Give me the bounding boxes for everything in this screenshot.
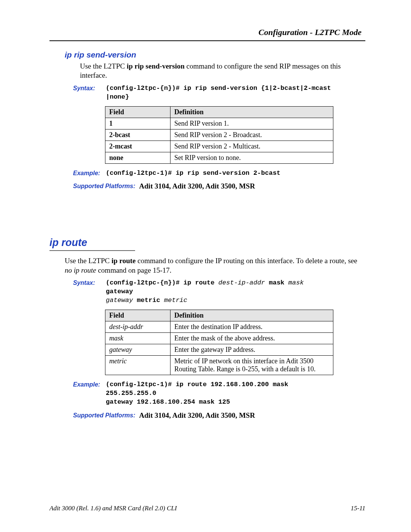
ex2-l2: gateway 192.168.100.254 mask 125 <box>106 398 230 406</box>
platforms-value: Adit 3104, Adit 3200, Adit 3500, MSR <box>139 182 255 190</box>
example-label: Example: <box>73 380 104 388</box>
th-definition: Definition <box>170 106 333 118</box>
section-ip-route: ip route Use the L2TPC ip route command … <box>49 237 365 419</box>
section-spacer <box>49 195 365 237</box>
ex2-l1: (config-l2tpc-1)# ip route 192.168.100.2… <box>106 381 292 397</box>
platforms-row: Supported Platforms: Adit 3104, Adit 320… <box>73 182 365 190</box>
subsection-title: ip rip send-version <box>65 50 365 59</box>
syntax-value: (config-l2tpc-{n})# ip rip send-version … <box>106 84 334 102</box>
table-row: mask Enter the mask of the above address… <box>105 332 333 344</box>
th-field: Field <box>105 106 170 118</box>
table-row: dest-ip-addr Enter the destination IP ad… <box>105 321 333 332</box>
platforms-row-2: Supported Platforms: Adit 3104, Adit 320… <box>73 411 365 420</box>
example-label: Example: <box>73 169 104 177</box>
cell-def: Send RIP version 1. <box>170 118 333 129</box>
section-ip-rip-send-version: ip rip send-version Use the L2TPC ip rip… <box>65 50 365 190</box>
s2p4: metric <box>133 297 164 304</box>
footer-right: 15-11 <box>351 505 365 512</box>
footer-left: Adit 3000 (Rel. 1.6) and MSR Card (Rel 2… <box>49 505 177 512</box>
s2p1: (config-l2tpc-{n})# ip route <box>106 279 218 286</box>
s2a4: metric <box>164 297 187 304</box>
table-header-row: Field Definition <box>105 106 333 118</box>
cell-def: Send RIP version 2 - Multicast. <box>170 141 333 152</box>
cell-def: Metric of IP network on this interface i… <box>170 355 333 375</box>
cell-def: Enter the gateway IP address. <box>170 344 333 355</box>
syntax-value-2: (config-l2tpc-{n})# ip route dest-ip-add… <box>106 279 334 305</box>
s2p2: mask <box>265 279 288 286</box>
syntax-line1: (config-l2tpc-{n})# ip rip send-version … <box>106 85 331 92</box>
section-underline <box>49 250 135 251</box>
cell-field: mask <box>105 332 170 344</box>
page-footer: Adit 3000 (Rel. 1.6) and MSR Card (Rel 2… <box>49 505 365 512</box>
table-row: 1 Send RIP version 1. <box>105 118 333 129</box>
section2-body: Use the L2TPC ip route command to config… <box>65 256 365 419</box>
intro-command: ip rip send-version <box>127 62 185 70</box>
intro-mid: command to configure the IP routing on t… <box>135 257 357 265</box>
syntax-label: Syntax: <box>73 279 104 286</box>
intro-prefix: Use the L2TPC <box>80 62 127 70</box>
cell-field: 2-mcast <box>105 141 170 152</box>
cell-def: Enter the destination IP address. <box>170 321 333 332</box>
example-value: (config-l2tpc-1)# ip rip send-version 2-… <box>106 169 334 178</box>
page: Configuration - L2TPC Mode ip rip send-v… <box>0 0 411 532</box>
cell-field: dest-ip-addr <box>105 321 170 332</box>
intro-noip: no ip route <box>65 266 96 274</box>
cell-field: 1 <box>105 118 170 129</box>
intro-command: ip route <box>112 257 136 265</box>
chapter-header: Configuration - L2TPC Mode <box>49 27 362 37</box>
cell-field: none <box>105 152 170 163</box>
syntax-row-2: Syntax: (config-l2tpc-{n})# ip route des… <box>73 279 365 305</box>
th-field: Field <box>105 310 170 321</box>
th-definition: Definition <box>170 310 333 321</box>
s2a2: mask <box>288 279 304 286</box>
s2a1: dest-ip-addr <box>218 279 265 286</box>
intro-text-2: Use the L2TPC ip route command to config… <box>65 256 365 275</box>
syntax-label: Syntax: <box>73 84 104 92</box>
section-title: ip route <box>49 237 365 249</box>
syntax-row: Syntax: (config-l2tpc-{n})# ip rip send-… <box>73 84 365 102</box>
header-rule <box>49 40 365 41</box>
table-row: gateway Enter the gateway IP address. <box>105 344 333 355</box>
definition-table-2: Field Definition dest-ip-addr Enter the … <box>105 310 333 375</box>
example-row: Example: (config-l2tpc-1)# ip rip send-v… <box>73 169 365 178</box>
intro-suffix: command on page 15-17. <box>96 266 172 274</box>
example-row-2: Example: (config-l2tpc-1)# ip route 192.… <box>73 380 365 407</box>
platforms-label: Supported Platforms: <box>73 182 135 190</box>
intro-prefix: Use the L2TPC <box>65 257 112 265</box>
intro-text: Use the L2TPC ip rip send-version comman… <box>80 62 365 80</box>
cell-def: Enter the mask of the above address. <box>170 332 333 344</box>
table-row: metric Metric of IP network on this inte… <box>105 355 333 375</box>
platforms-label: Supported Platforms: <box>73 411 135 419</box>
s2a3: gateway <box>106 297 133 304</box>
cell-field: metric <box>105 355 170 375</box>
example-value-2: (config-l2tpc-1)# ip route 192.168.100.2… <box>106 380 334 407</box>
cell-field: 2-bcast <box>105 129 170 141</box>
table-row: 2-mcast Send RIP version 2 - Multicast. <box>105 141 333 152</box>
cell-def: Set RIP version to none. <box>170 152 333 163</box>
definition-table-1: Field Definition 1 Send RIP version 1. 2… <box>105 106 333 164</box>
syntax-line2: |none} <box>106 93 129 101</box>
table-row: 2-bcast Send RIP version 2 - Broadcast. <box>105 129 333 141</box>
cell-def: Send RIP version 2 - Broadcast. <box>170 129 333 141</box>
table-row: none Set RIP version to none. <box>105 152 333 163</box>
table-header-row: Field Definition <box>105 310 333 321</box>
platforms-value: Adit 3104, Adit 3200, Adit 3500, MSR <box>139 411 255 419</box>
cell-field: gateway <box>105 344 170 355</box>
